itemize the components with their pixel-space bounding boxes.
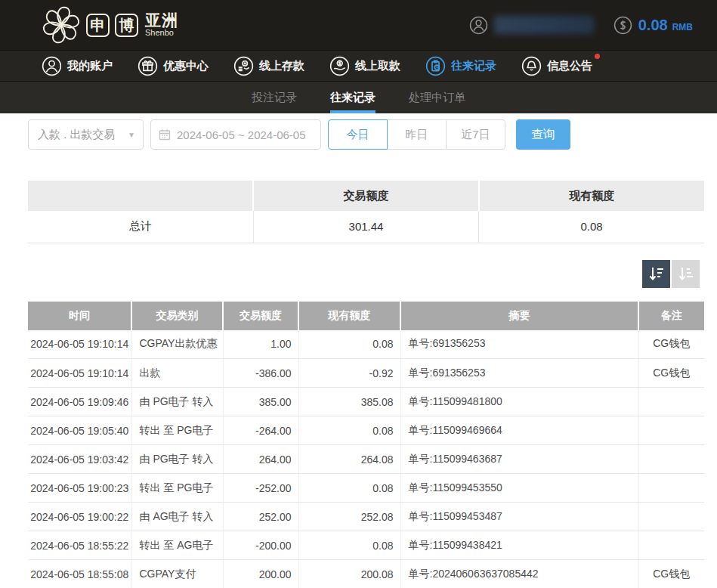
date-range-input[interactable]: 2024-06-05 ~ 2024-06-05 bbox=[150, 119, 321, 150]
cell-note: CG钱包 bbox=[638, 359, 704, 388]
cell-note bbox=[638, 445, 704, 474]
summary-header-current-balance: 现有额度 bbox=[479, 181, 704, 211]
deposit-icon bbox=[233, 56, 254, 76]
nav-label: 线上取款 bbox=[355, 59, 400, 73]
user-account-chip[interactable] bbox=[469, 16, 594, 35]
cell-balance: 0.08 bbox=[298, 330, 400, 359]
select-value: 入款 . 出款交易 bbox=[38, 128, 116, 142]
user-icon bbox=[469, 16, 488, 35]
nav-item-my-account[interactable]: 我的账户 bbox=[42, 56, 117, 76]
nav-label: 信息公告 bbox=[547, 59, 592, 73]
cell-summary: 单号:691356253 bbox=[400, 359, 638, 388]
nav-label: 优惠中心 bbox=[163, 59, 209, 73]
nav-item-promotions[interactable]: 优惠中心 bbox=[138, 56, 213, 76]
flower-logo-icon bbox=[42, 5, 81, 45]
table-row: 2024-06-05 19:03:42由 PG电子 转入264.00264.08… bbox=[28, 445, 704, 474]
records-subnav: 投注记录 往来记录 处理中订单 bbox=[0, 82, 717, 113]
chevron-down-icon: ▼ bbox=[128, 131, 135, 139]
cell-time: 2024-06-05 18:55:22 bbox=[28, 531, 131, 560]
nav-item-transaction-records[interactable]: 往来记录 bbox=[425, 56, 501, 76]
cell-note bbox=[638, 531, 704, 560]
search-button[interactable]: 查询 bbox=[516, 119, 570, 150]
quick-range-group: 今日 昨日 近7日 bbox=[328, 119, 505, 150]
transaction-type-select[interactable]: 入款 . 出款交易 ▼ bbox=[28, 119, 144, 150]
table-row: 2024-06-05 19:00:22由 AG电子 转入252.00252.08… bbox=[28, 503, 704, 531]
sort-ascending-icon bbox=[677, 265, 695, 283]
cell-summary: 单号:115099453550 bbox=[400, 474, 638, 503]
tab-transaction-records[interactable]: 往来记录 bbox=[330, 82, 375, 113]
nav-item-withdraw[interactable]: 线上取款 bbox=[329, 56, 405, 76]
table-row: 2024-06-05 18:55:22转出 至 AG电子-200.000.08单… bbox=[28, 531, 704, 560]
dollar-coin-icon bbox=[613, 16, 632, 35]
cell-note bbox=[638, 503, 704, 531]
cell-balance: 0.08 bbox=[298, 416, 400, 445]
nav-label: 往来记录 bbox=[451, 59, 496, 73]
table-row: 2024-06-05 19:00:23转出 至 PG电子-252.000.08单… bbox=[28, 474, 704, 503]
sort-descending-button[interactable] bbox=[642, 260, 670, 288]
date-range-value: 2024-06-05 ~ 2024-06-05 bbox=[177, 128, 306, 141]
user-circle-icon bbox=[42, 56, 62, 76]
sort-controls bbox=[28, 260, 704, 288]
cell-balance: 264.08 bbox=[298, 445, 400, 474]
nav-label: 我的账户 bbox=[67, 59, 113, 73]
cell-time: 2024-06-05 19:10:14 bbox=[28, 359, 131, 388]
cell-amount: 264.00 bbox=[223, 445, 298, 474]
logo-region: 亚洲 bbox=[145, 12, 178, 29]
top-header: 申 博 亚洲 Shenbo 0.08 RMB bbox=[0, 0, 717, 50]
column-header-type: 交易类别 bbox=[131, 302, 223, 330]
tab-betting-records[interactable]: 投注记录 bbox=[252, 82, 297, 113]
notification-dot bbox=[595, 54, 600, 59]
table-row: 2024-06-05 18:55:08CGPAY支付200.00200.08单号… bbox=[28, 560, 704, 588]
cell-amount: -200.00 bbox=[223, 531, 298, 560]
table-row: 2024-06-05 19:05:40转出 至 PG电子-264.000.08单… bbox=[28, 416, 704, 445]
cell-type: 出款 bbox=[131, 359, 223, 388]
cell-balance: 0.08 bbox=[298, 531, 400, 560]
cell-type: 由 PG电子 转入 bbox=[131, 388, 223, 416]
records-icon bbox=[425, 56, 446, 76]
tab-pending-orders[interactable]: 处理中订单 bbox=[409, 82, 465, 113]
nav-item-deposit[interactable]: 线上存款 bbox=[233, 56, 309, 76]
cell-type: 转出 至 AG电子 bbox=[131, 531, 223, 560]
yesterday-button[interactable]: 昨日 bbox=[387, 119, 447, 150]
cell-summary: 单号:691356253 bbox=[400, 330, 638, 359]
table-header-row: 时间 交易类别 交易额度 现有额度 摘要 备注 bbox=[28, 302, 704, 330]
nav-label: 线上存款 bbox=[259, 59, 304, 73]
gift-icon bbox=[138, 56, 158, 76]
today-button[interactable]: 今日 bbox=[328, 119, 388, 150]
balance-currency: RMB bbox=[672, 18, 693, 32]
summary-table: 交易额度 现有额度 总计 301.44 0.08 bbox=[28, 181, 704, 243]
column-header-time: 时间 bbox=[28, 302, 131, 330]
cell-summary: 单号:202406063637085442 bbox=[400, 560, 638, 588]
cell-amount: -264.00 bbox=[223, 416, 298, 445]
table-row: 2024-06-05 19:10:14CGPAY出款优惠1.000.08单号:6… bbox=[28, 330, 704, 359]
cell-type: 转出 至 PG电子 bbox=[131, 474, 223, 503]
last-7-days-button[interactable]: 近7日 bbox=[446, 119, 505, 150]
cell-time: 2024-06-05 19:00:23 bbox=[28, 474, 131, 503]
cell-time: 2024-06-05 19:03:42 bbox=[28, 445, 131, 474]
total-transaction-amount: 301.44 bbox=[253, 211, 478, 243]
cell-time: 2024-06-05 19:09:46 bbox=[28, 388, 131, 416]
cell-summary: 单号:115099438421 bbox=[400, 531, 638, 560]
logo-char-bo: 博 bbox=[115, 14, 138, 37]
balance-display[interactable]: 0.08 RMB bbox=[613, 16, 693, 35]
cell-note: CG钱包 bbox=[638, 330, 704, 359]
cell-time: 2024-06-05 18:55:08 bbox=[28, 560, 131, 588]
site-logo[interactable]: 申 博 亚洲 Shenbo bbox=[42, 5, 178, 45]
cell-type: 转出 至 PG电子 bbox=[131, 416, 223, 445]
column-header-summary: 摘要 bbox=[400, 302, 638, 330]
calendar-icon bbox=[159, 128, 171, 141]
total-current-balance: 0.08 bbox=[479, 211, 704, 243]
summary-total-row: 总计 301.44 0.08 bbox=[28, 211, 704, 243]
table-row: 2024-06-05 19:09:46由 PG电子 转入385.00385.08… bbox=[28, 388, 704, 416]
bell-icon bbox=[521, 56, 542, 76]
cell-note bbox=[638, 416, 704, 445]
nav-item-announcements[interactable]: 信息公告 bbox=[521, 56, 597, 76]
cell-time: 2024-06-05 19:10:14 bbox=[28, 330, 131, 359]
sort-ascending-button[interactable] bbox=[672, 260, 700, 288]
cell-summary: 单号:115099453487 bbox=[400, 503, 638, 531]
cell-summary: 单号:115099481800 bbox=[400, 388, 638, 416]
cell-time: 2024-06-05 19:00:22 bbox=[28, 503, 131, 531]
cell-amount: 200.00 bbox=[223, 560, 298, 588]
cell-type: 由 PG电子 转入 bbox=[131, 445, 223, 474]
sort-descending-icon bbox=[647, 265, 666, 283]
